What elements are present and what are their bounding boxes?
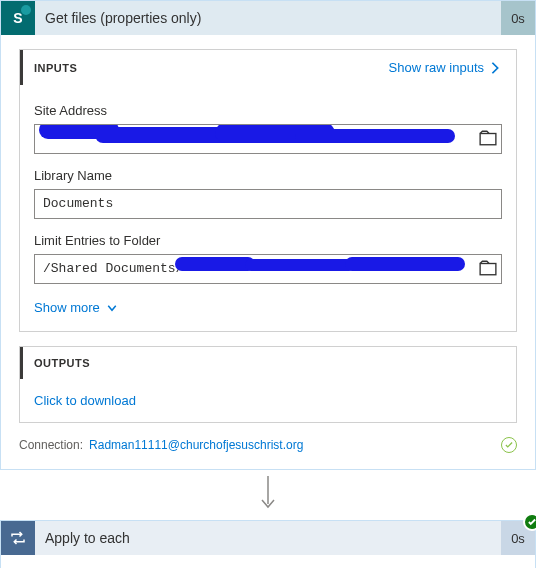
connection-value[interactable]: Radman11111@churchofjesuschrist.org — [89, 438, 303, 452]
redaction-mark — [245, 259, 355, 271]
inputs-header-label: INPUTS — [34, 62, 77, 74]
show-more-label: Show more — [34, 300, 100, 315]
outputs-header-label: OUTPUTS — [34, 357, 90, 369]
card-header-left: S Get files (properties only) — [1, 1, 501, 35]
flow-arrow — [0, 470, 536, 520]
action-card-apply-to-each: Apply to each 0s Condition -- — [0, 520, 536, 568]
limit-folder-label: Limit Entries to Folder — [34, 233, 502, 248]
duration-badge: 0s — [501, 1, 535, 35]
redaction-mark — [345, 257, 465, 271]
chevron-right-icon — [488, 61, 502, 75]
show-more-link[interactable]: Show more — [34, 300, 502, 315]
inputs-section: INPUTS Show raw inputs Site Address — [19, 49, 517, 332]
site-address-field[interactable] — [34, 124, 502, 154]
folder-picker-icon[interactable] — [479, 259, 497, 277]
chevron-down-icon — [106, 302, 118, 314]
card-header-left: Apply to each — [1, 521, 501, 555]
connection-ok-icon — [501, 437, 517, 453]
nested-body: Condition -- — [1, 555, 535, 568]
outputs-header: OUTPUTS — [20, 347, 516, 379]
site-address-label: Site Address — [34, 103, 502, 118]
loop-icon — [1, 521, 35, 555]
show-raw-inputs-label: Show raw inputs — [389, 60, 484, 75]
download-outputs-link[interactable]: Click to download — [20, 379, 516, 422]
redaction-mark — [175, 257, 255, 271]
card-header[interactable]: S Get files (properties only) 0s — [1, 1, 535, 35]
sharepoint-icon: S — [1, 1, 35, 35]
limit-folder-field[interactable]: /Shared Documents/ — [34, 254, 502, 284]
limit-folder-value: /Shared Documents/ — [43, 261, 183, 276]
card-body: INPUTS Show raw inputs Site Address — [1, 35, 535, 469]
action-card-get-files: S Get files (properties only) 0s INPUTS … — [0, 0, 536, 470]
library-name-value: Documents — [43, 196, 113, 211]
folder-picker-icon[interactable] — [479, 129, 497, 147]
connection-row: Connection: Radman11111@churchofjesuschr… — [19, 437, 517, 453]
library-name-field[interactable]: Documents — [34, 189, 502, 219]
connection-label: Connection: — [19, 438, 83, 452]
outputs-section: OUTPUTS Click to download — [19, 346, 517, 423]
success-badge-icon — [523, 513, 536, 531]
redaction-mark — [295, 129, 455, 143]
card-title: Get files (properties only) — [35, 10, 201, 26]
card-header[interactable]: Apply to each 0s — [1, 521, 535, 555]
inputs-header: INPUTS Show raw inputs — [20, 50, 516, 85]
svg-rect-1 — [480, 264, 496, 275]
card-title: Apply to each — [35, 530, 130, 546]
library-name-label: Library Name — [34, 168, 502, 183]
inputs-body: Site Address Library Name Documents — [20, 85, 516, 331]
svg-rect-0 — [480, 134, 496, 145]
show-raw-inputs-link[interactable]: Show raw inputs — [389, 60, 502, 75]
